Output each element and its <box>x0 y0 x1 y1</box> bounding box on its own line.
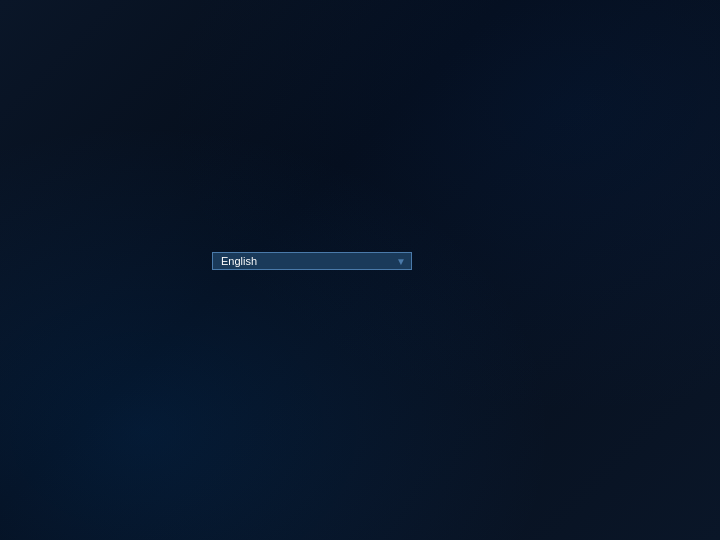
language-select[interactable]: English Chinese Japanese German French S… <box>212 252 412 270</box>
language-dropdown-wrapper[interactable]: English Chinese Japanese German French S… <box>212 252 412 270</box>
